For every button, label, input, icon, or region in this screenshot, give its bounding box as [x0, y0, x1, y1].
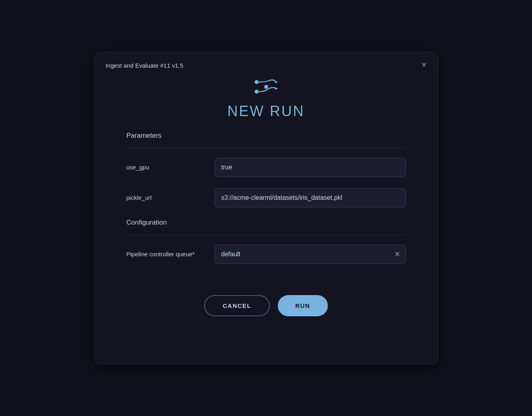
use-gpu-row: use_gpu	[126, 158, 406, 177]
run-button[interactable]: RUN	[278, 295, 328, 316]
svg-marker-1	[275, 81, 278, 83]
svg-point-4	[264, 85, 268, 89]
pipeline-controller-queue-label: Pipeline controller queue*	[126, 251, 215, 257]
configuration-section: Configuration Pipeline controller queue*…	[126, 219, 406, 264]
pipeline-flow-icon	[253, 77, 279, 96]
close-button[interactable]: ×	[422, 60, 427, 69]
page-background: Ingest and Evaluate #11 v1.5 × NEW RUN	[0, 0, 532, 416]
svg-marker-3	[275, 87, 278, 90]
configuration-divider	[126, 235, 406, 235]
pipeline-controller-queue-wrapper: ✕	[215, 245, 406, 264]
pickle-url-input[interactable]	[215, 188, 406, 207]
new-run-dialog: Ingest and Evaluate #11 v1.5 × NEW RUN	[94, 52, 438, 364]
pickle-url-row: pickle_url	[126, 188, 406, 207]
configuration-label: Configuration	[126, 219, 406, 227]
svg-point-0	[255, 80, 259, 84]
dialog-header: NEW RUN	[94, 69, 438, 132]
window-title: Ingest and Evaluate #11 v1.5	[106, 62, 183, 69]
use-gpu-label: use_gpu	[126, 164, 215, 171]
parameters-label: Parameters	[126, 132, 406, 140]
svg-point-2	[255, 90, 259, 94]
dialog-title-bar: Ingest and Evaluate #11 v1.5 ×	[94, 52, 438, 69]
use-gpu-input[interactable]	[215, 158, 406, 177]
cancel-button[interactable]: CANCEL	[204, 295, 270, 316]
dialog-footer: CANCEL RUN	[126, 275, 406, 316]
dialog-body: Parameters use_gpu pickle_url Configurat…	[94, 132, 438, 316]
pipeline-controller-queue-row: Pipeline controller queue* ✕	[126, 245, 406, 264]
clear-queue-button[interactable]: ✕	[393, 250, 401, 259]
parameters-section: Parameters use_gpu pickle_url	[126, 132, 406, 207]
dialog-main-title: NEW RUN	[227, 103, 305, 120]
parameters-divider	[126, 148, 406, 148]
pickle-url-label: pickle_url	[126, 194, 215, 201]
pipeline-controller-queue-input[interactable]	[215, 245, 406, 264]
